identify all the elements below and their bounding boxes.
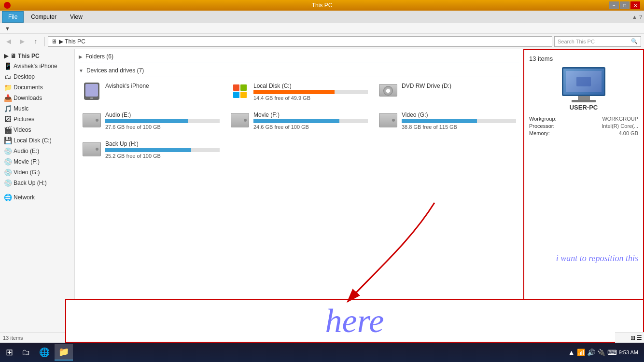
drive-icon-dvd xyxy=(378,83,398,100)
ribbon-collapse-icon[interactable]: ▲ xyxy=(632,14,637,20)
minimize-button[interactable]: − xyxy=(609,1,619,9)
folders-section-header[interactable]: ▶ Folders (6) xyxy=(79,51,519,62)
drive-icon-backuph xyxy=(82,140,101,158)
path-text: ▶ This PC xyxy=(59,38,85,45)
devices-section-header[interactable]: ▼ Devices and drives (7) xyxy=(79,65,519,76)
drive-bar-bg-videog xyxy=(402,119,516,123)
tab-computer[interactable]: Computer xyxy=(25,11,63,23)
maximize-button[interactable]: □ xyxy=(620,1,630,9)
drive-icon-localc xyxy=(230,83,250,100)
sidebar-item-movief[interactable]: 💿 Movie (F:) xyxy=(0,156,74,167)
drive-name-movief: Movie (F:) xyxy=(253,111,368,118)
nav-back-button[interactable]: ◀ xyxy=(3,36,14,47)
drive-icon-iphone xyxy=(82,83,101,100)
nav-forward-button[interactable]: ▶ xyxy=(16,36,28,47)
tray-battery-icon[interactable]: 🔌 xyxy=(597,348,605,356)
sidebar-item-label: Avishek's iPhone xyxy=(14,63,57,70)
drive-item-localc[interactable]: Local Disk (C:) 14.4 GB free of 49.9 GB xyxy=(227,79,371,104)
downloads-icon: 📥 xyxy=(4,94,12,102)
drive-free-movief: 24.6 GB free of 100 GB xyxy=(253,124,368,130)
sidebar-item-backuph[interactable]: 💿 Back Up (H:) xyxy=(0,178,74,188)
tray-volume-icon[interactable]: 🔊 xyxy=(587,348,595,356)
drive-icon-audioe xyxy=(82,111,101,129)
sidebar-item-music[interactable]: 🎵 Music xyxy=(0,103,74,114)
thispc-label: This PC xyxy=(18,53,40,59)
view-list-icon[interactable]: ⊞ ☰ xyxy=(630,334,642,341)
drive-item-backuph[interactable]: Back Up (H:) 25.2 GB free of 100 GB xyxy=(79,137,223,162)
videog-icon: 💿 xyxy=(4,168,12,176)
ribbon-toolbar: ▼ xyxy=(0,23,644,34)
drives-grid-row2: Audio (E:) 27.6 GB free of 100 GB Movie … xyxy=(79,108,519,133)
drive-info-videog: Video (G:) 38.8 GB free of 115 GB xyxy=(402,111,516,130)
ribbon-tabs: File Computer View ▲ ? xyxy=(0,11,644,23)
devices-section-title: Devices and drives (7) xyxy=(86,67,144,74)
memory-value: 4.00 GB xyxy=(619,130,638,136)
drive-name-dvd: DVD RW Drive (D:) xyxy=(402,83,516,89)
thispc-icon: 🖥 xyxy=(10,53,16,59)
system-tray: ▲ 📶 🔊 🔌 ⌨ 9:53 AM xyxy=(564,348,642,356)
drive-bar-fill-audioe xyxy=(105,119,188,123)
iphone-icon: 📱 xyxy=(4,62,12,70)
status-items: 13 items xyxy=(3,335,23,341)
drive-info-backuph: Back Up (H:) 25.2 GB free of 100 GB xyxy=(105,140,220,159)
drive-bar-fill-backuph xyxy=(105,148,191,152)
tab-file[interactable]: File xyxy=(2,11,24,23)
sidebar-item-iphone[interactable]: 📱 Avishek's iPhone xyxy=(0,61,74,71)
sidebar-item-desktop[interactable]: 🗂 Desktop xyxy=(0,71,74,82)
drive-info-localc: Local Disk (C:) 14.4 GB free of 49.9 GB xyxy=(253,83,368,101)
sidebar-item-label: Network xyxy=(14,194,35,201)
tray-keyboard-icon[interactable]: ⌨ xyxy=(607,348,617,356)
sidebar-item-label: Music xyxy=(14,105,28,112)
drive-item-movief[interactable]: Movie (F:) 24.6 GB free of 100 GB xyxy=(227,108,371,133)
drive-item-dvd[interactable]: DVD RW Drive (D:) xyxy=(375,79,519,104)
sidebar-item-label: Back Up (H:) xyxy=(14,180,47,186)
sidebar-item-audioe[interactable]: 💿 Audio (E:) xyxy=(0,146,74,156)
sidebar-item-pictures[interactable]: 🖼 Pictures xyxy=(0,114,74,125)
sidebar-header-thispc[interactable]: ▶ 🖥 This PC xyxy=(0,51,74,61)
workgroup-row: Workgroup: WORKGROUP xyxy=(529,116,638,122)
close-button[interactable]: ✕ xyxy=(630,1,640,9)
tray-arrow-icon[interactable]: ▲ xyxy=(568,348,575,356)
drive-item-audioe[interactable]: Audio (E:) 27.6 GB free of 100 GB xyxy=(79,108,223,133)
nav-up-button[interactable]: ↑ xyxy=(30,36,42,47)
drive-name-localc: Local Disk (C:) xyxy=(253,83,368,89)
drive-bar-fill-localc xyxy=(253,90,335,94)
taskbar-explorer-button[interactable]: 🗂 xyxy=(18,344,34,361)
taskbar-folder-button[interactable]: 📁 xyxy=(55,344,73,361)
processor-row: Processor: Intel(R) Core(... xyxy=(529,123,638,129)
search-box[interactable]: Search This PC 🔍 xyxy=(554,36,641,47)
sidebar-section-network: 🌐 Network xyxy=(0,192,74,203)
here-text: here xyxy=(325,302,384,340)
drive-info-iphone: Avishek's iPhone xyxy=(105,83,220,90)
devices-chevron-icon: ▼ xyxy=(79,68,84,73)
sidebar-item-videog[interactable]: 💿 Video (G:) xyxy=(0,167,74,178)
sidebar-item-videos[interactable]: 🎬 Videos xyxy=(0,125,74,135)
memory-label: Memory: xyxy=(529,130,550,136)
drive-bar-fill-movief xyxy=(253,119,339,123)
window-controls: − □ ✕ xyxy=(609,1,640,9)
ribbon-help-icon[interactable]: ? xyxy=(639,14,642,20)
drive-item-iphone[interactable]: Avishek's iPhone xyxy=(79,79,223,104)
sidebar-item-network[interactable]: 🌐 Network xyxy=(0,192,74,203)
main-layout: ▶ 🖥 This PC 📱 Avishek's iPhone 🗂 Desktop… xyxy=(0,49,644,332)
drive-info-audioe: Audio (E:) 27.6 GB free of 100 GB xyxy=(105,111,220,130)
pc-monitor xyxy=(562,67,605,101)
localc-icon: 💾 xyxy=(4,137,12,144)
drive-info-movief: Movie (F:) 24.6 GB free of 100 GB xyxy=(253,111,368,130)
sidebar-item-label: Videos xyxy=(14,126,31,133)
sidebar-item-localc[interactable]: 💾 Local Disk (C:) xyxy=(0,135,74,146)
sidebar-item-documents[interactable]: 📁 Documents xyxy=(0,82,74,93)
taskbar-ie-button[interactable]: 🌐 xyxy=(35,344,54,361)
address-path[interactable]: 🖥 ▶ This PC xyxy=(48,36,552,47)
sidebar-item-downloads[interactable]: 📥 Downloads xyxy=(0,93,74,103)
start-button[interactable]: ⊞ xyxy=(2,344,17,361)
drive-bar-bg-backuph xyxy=(105,148,220,152)
status-bar-right: ⊞ ☰ xyxy=(615,332,644,343)
tray-network-icon[interactable]: 📶 xyxy=(577,348,585,356)
clock-time: 9:53 AM xyxy=(619,349,638,356)
drive-free-backuph: 25.2 GB free of 100 GB xyxy=(105,153,220,159)
window-title: This PC xyxy=(312,2,333,9)
tab-view[interactable]: View xyxy=(64,11,89,23)
sidebar-item-label: Local Disk (C:) xyxy=(14,137,52,144)
drive-item-videog[interactable]: Video (G:) 38.8 GB free of 115 GB xyxy=(375,108,519,133)
